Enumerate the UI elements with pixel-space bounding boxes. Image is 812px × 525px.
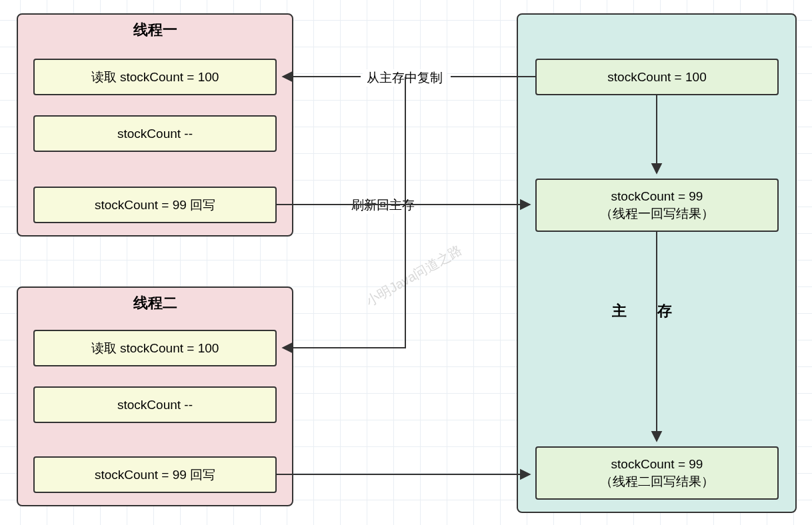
memory-cell-initial: stockCount = 100 (535, 59, 779, 95)
memory-cell3-line1: stockCount = 99 (611, 456, 703, 473)
thread1-step2: stockCount -- (33, 115, 277, 152)
diagram-canvas: 小明Java问道之路 线程一 读取 stockCount = 100 stock… (0, 0, 812, 525)
thread2-step1: 读取 stockCount = 100 (33, 330, 277, 366)
edge-label-copy: 从主存中复制 (363, 69, 447, 87)
memory-cell-after-thread2: stockCount = 99 （线程二回写结果） (535, 446, 779, 500)
thread1-title: 线程一 (17, 19, 293, 41)
memory-cell2-line2: （线程一回写结果） (600, 205, 714, 223)
thread2-step2: stockCount -- (33, 386, 277, 423)
main-memory-label: 主存 (612, 301, 703, 321)
thread1-step1: 读取 stockCount = 100 (33, 59, 277, 95)
edge-label-flush: 刷新回主存 (347, 197, 419, 214)
memory-cell3-line2: （线程二回写结果） (600, 473, 714, 490)
thread2-step3: stockCount = 99 回写 (33, 456, 277, 493)
memory-cell2-line1: stockCount = 99 (611, 188, 703, 205)
thread2-title: 线程二 (17, 292, 293, 314)
memory-cell-after-thread1: stockCount = 99 （线程一回写结果） (535, 179, 779, 232)
thread1-step3: stockCount = 99 回写 (33, 187, 277, 223)
